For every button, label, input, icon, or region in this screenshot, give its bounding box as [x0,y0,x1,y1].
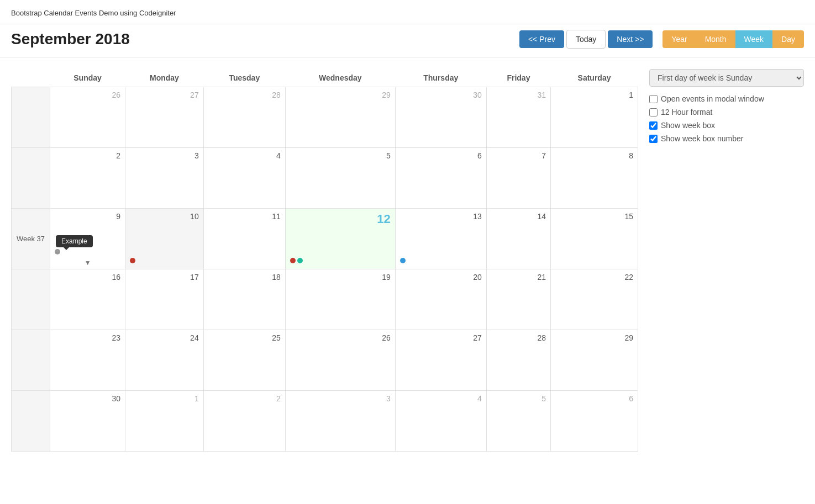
calendar-area: Sunday Monday Tuesday Wednesday Thursday… [11,69,638,452]
day-number: 12 [288,211,393,227]
view-month-button[interactable]: Month [696,30,735,48]
day-number: 1 [128,393,201,404]
calendar-day-cell[interactable]: 1 [125,391,204,452]
show-week-number-label: Show week box number [661,134,743,143]
calendar-day-cell[interactable]: 2 [203,391,285,452]
calendar-day-cell[interactable]: 3 [125,148,204,209]
week-label-cell [12,148,50,209]
calendar-day-cell[interactable]: 25 [203,330,285,391]
week-label-cell [12,269,50,330]
calendar-day-cell[interactable]: 5 [285,148,395,209]
calendar-day-cell[interactable]: 26 [285,330,395,391]
calendar-day-cell[interactable]: 31 [486,87,550,148]
day-number: 2 [52,150,123,161]
calendar-day-cell[interactable]: 4 [203,148,285,209]
calendar-day-cell[interactable]: 10 [125,209,204,269]
day-header-friday: Friday [486,69,550,87]
calendar-day-cell[interactable]: 29 [285,87,395,148]
calendar-day-cell[interactable]: 24 [125,330,204,391]
day-number: 14 [489,211,548,222]
calendar-day-cell[interactable]: 6 [551,391,638,452]
calendar-day-cell[interactable]: 12 [285,209,395,269]
day-number: 27 [398,332,484,343]
calendar-day-cell[interactable]: 14 [486,209,550,269]
calendar-day-cell[interactable]: 20 [395,269,486,330]
day-number: 20 [398,272,484,283]
day-number: 29 [288,89,393,100]
calendar-day-cell[interactable]: 28 [486,330,550,391]
calendar-day-cell[interactable]: 16 [50,269,125,330]
calendar-day-cell[interactable]: 8 [551,148,638,209]
calendar-day-cell[interactable]: 18 [203,269,285,330]
calendar-day-cell[interactable]: 4 [395,391,486,452]
cb-12hour: 12 Hour format [649,108,804,116]
show-week-box-label: Show week box [661,121,715,130]
calendar-day-cell[interactable]: 27 [395,330,486,391]
blue-dot [400,258,406,263]
calendar-day-cell[interactable]: 27 [125,87,204,148]
day-number: 23 [52,332,123,343]
chevron-down-icon[interactable]: ▼ [85,259,91,267]
day-number: 13 [398,211,484,222]
sidebar: First day of week is Sunday First day of… [649,69,804,452]
day-number: 19 [288,272,393,283]
calendar-day-cell[interactable]: 9Example▼ [50,209,125,269]
event-tooltip: Example [56,235,93,247]
view-day-button[interactable]: Day [772,30,804,48]
calendar-day-cell[interactable]: 6 [395,148,486,209]
calendar-day-cell[interactable]: 5 [486,391,550,452]
day-number: 18 [206,272,283,283]
12hour-checkbox[interactable] [649,108,658,116]
prev-button[interactable]: << Prev [519,30,564,48]
day-number: 4 [398,393,484,404]
day-number: 5 [288,150,393,161]
view-year-button[interactable]: Year [662,30,696,48]
calendar-day-cell[interactable]: 17 [125,269,204,330]
cb-show-week-box: Show week box [649,121,804,130]
calendar-table: Sunday Monday Tuesday Wednesday Thursday… [11,69,638,452]
day-number: 28 [489,332,548,343]
day-number: 8 [553,150,635,161]
show-week-number-checkbox[interactable] [649,135,658,143]
day-number: 26 [288,332,393,343]
day-number: 25 [206,332,283,343]
first-day-select[interactable]: First day of week is Sunday First day of… [649,69,804,87]
calendar-day-cell[interactable]: 11 [203,209,285,269]
calendar-day-cell[interactable]: 2 [50,148,125,209]
calendar-day-cell[interactable]: 30 [50,391,125,452]
calendar-day-cell[interactable]: 28 [203,87,285,148]
teal-dot [297,258,303,263]
calendar-day-cell[interactable]: 21 [486,269,550,330]
gray-dot [55,249,60,254]
12hour-label: 12 Hour format [661,108,712,116]
today-button[interactable]: Today [566,30,606,49]
calendar-day-cell[interactable]: 15 [551,209,638,269]
calendar-day-cell[interactable]: 29 [551,330,638,391]
cb-open-events: Open events in modal window [649,94,804,103]
calendar-day-cell[interactable]: 1 [551,87,638,148]
calendar-day-cell[interactable]: 26 [50,87,125,148]
show-week-box-checkbox[interactable] [649,121,658,130]
calendar-day-cell[interactable]: 23 [50,330,125,391]
calendar-day-cell[interactable]: 22 [551,269,638,330]
calendar-day-cell[interactable]: 7 [486,148,550,209]
day-number: 30 [52,393,123,404]
day-number: 28 [206,89,283,100]
open-events-label: Open events in modal window [661,94,764,103]
day-number: 17 [128,272,201,283]
calendar-day-cell[interactable]: 30 [395,87,486,148]
event-dots [128,257,138,264]
day-number: 7 [489,150,548,161]
day-number: 31 [489,89,548,100]
calendar-day-cell[interactable]: 19 [285,269,395,330]
week-label-cell: Week 37 [12,209,50,269]
view-week-button[interactable]: Week [735,30,773,48]
calendar-day-cell[interactable]: 13 [395,209,486,269]
calendar-day-cell[interactable]: 3 [285,391,395,452]
next-button[interactable]: Next >> [608,30,653,48]
day-number: 1 [553,89,635,100]
event-dots [398,257,408,264]
day-number: 2 [206,393,283,404]
open-events-checkbox[interactable] [649,95,658,103]
day-number: 21 [489,272,548,283]
